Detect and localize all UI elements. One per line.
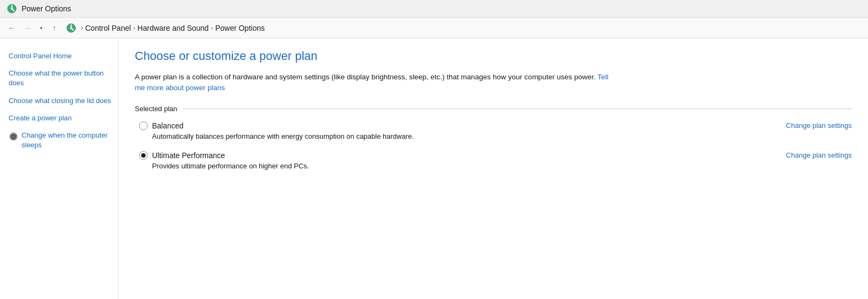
breadcrumb-sep-3: › [211,24,213,32]
content-area: Choose or customize a power plan A power… [119,38,868,299]
plan-item-ultimate: Ultimate Performance Change plan setting… [135,151,852,170]
page-title: Choose or customize a power plan [135,49,852,63]
main-container: Control Panel Home Choose what the power… [0,38,868,299]
radio-balanced[interactable] [139,121,148,130]
breadcrumb-hardware-sound[interactable]: Hardware and Sound [137,24,209,32]
radio-inner-ultimate [141,153,146,158]
plan-item-left-ultimate: Ultimate Performance [139,151,225,160]
change-plan-balanced[interactable]: Change plan settings [786,121,852,130]
section-divider [183,108,852,109]
sleep-icon [9,132,18,144]
window-icon [6,3,17,14]
svg-point-1 [11,8,13,10]
plan-name-ultimate: Ultimate Performance [152,151,225,160]
title-bar: Power Options [0,0,868,18]
plan-item-left-balanced: Balanced [139,121,183,130]
plan-item-balanced: Balanced Change plan settings Automatica… [135,121,852,140]
plan-desc-balanced: Automatically balances performance with … [152,132,852,140]
sidebar: Control Panel Home Choose what the power… [0,38,119,299]
up-button[interactable]: ↑ [47,21,61,35]
plan-name-balanced: Balanced [152,121,183,130]
radio-ultimate[interactable] [139,151,148,160]
svg-point-3 [70,27,72,29]
window-title: Power Options [22,4,71,13]
forward-button[interactable]: → [20,21,35,35]
selected-plan-label: Selected plan [135,105,177,113]
plan-desc-ultimate: Provides ultimate performance on higher … [152,162,852,170]
breadcrumb-power-options[interactable]: Power Options [215,24,265,32]
selected-plan-header: Selected plan [135,105,852,113]
breadcrumb-sep-2: › [133,24,135,32]
change-plan-ultimate[interactable]: Change plan settings [786,151,852,159]
page-description: A power plan is a collection of hardware… [135,72,620,94]
sidebar-item-create-plan[interactable]: Create a power plan [9,111,118,125]
breadcrumb-control-panel[interactable]: Control Panel [85,24,131,32]
sidebar-item-power-button[interactable]: Choose what the power button does [9,66,118,90]
sidebar-item-computer-sleeps[interactable]: Change when the computer sleeps [9,128,118,152]
plan-item-row-balanced: Balanced Change plan settings [139,121,852,130]
back-button[interactable]: ← [4,21,18,35]
sidebar-item-closing-lid[interactable]: Choose what closing the lid does [9,94,118,108]
history-dropdown-button[interactable]: ▾ [37,21,45,35]
plan-item-row-ultimate: Ultimate Performance Change plan setting… [139,151,852,160]
location-icon [66,23,77,33]
navigation-bar: ← → ▾ ↑ › Control Panel › Hardware and S… [0,18,868,38]
svg-point-6 [12,135,15,138]
sidebar-item-control-panel-home[interactable]: Control Panel Home [9,49,118,63]
breadcrumb-sep-1: › [81,24,83,32]
